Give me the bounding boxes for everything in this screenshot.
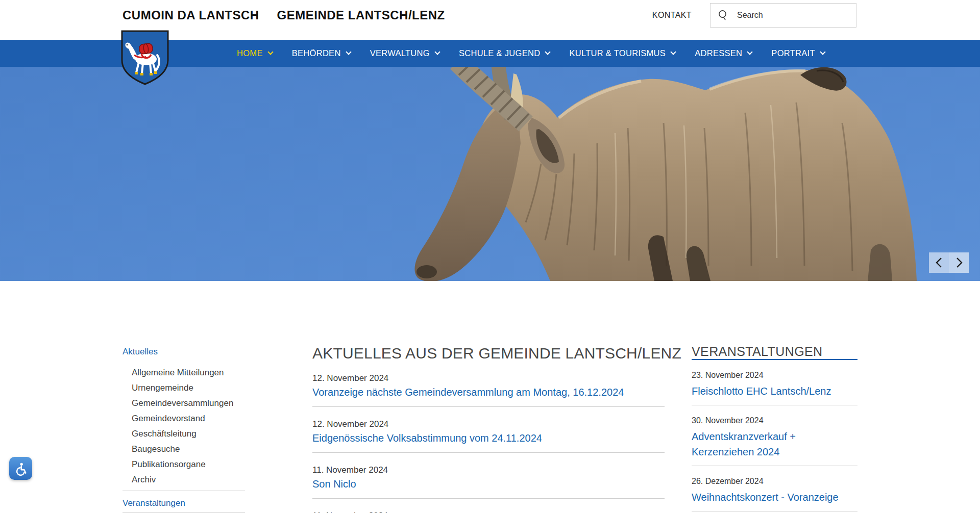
carousel-controls: [929, 252, 969, 273]
kontakt-link[interactable]: KONTAKT: [652, 11, 692, 20]
events-section-title: VERANSTALTUNGEN: [692, 343, 857, 360]
event-item: 30. November 2024 Adventskranzverkauf + …: [692, 405, 857, 466]
nav-item-adressen[interactable]: ADRESSEN: [695, 48, 752, 58]
nav-list: HOME BEHÖRDEN VERWALTUNG SCHULE & JUGEND…: [237, 40, 825, 67]
hero-image-ibex: [0, 67, 980, 281]
nav-label: BEHÖRDEN: [292, 48, 341, 58]
event-link[interactable]: Fleischlotto EHC Lantsch/Lenz: [692, 383, 857, 399]
accessibility-widget-button[interactable]: [9, 457, 32, 480]
sidebar-item-urnengemeinde[interactable]: Urnengemeinde: [122, 380, 245, 396]
events-section: VERANSTALTUNGEN 23. November 2024 Fleisc…: [692, 343, 857, 511]
nav-item-behoerden[interactable]: BEHÖRDEN: [292, 48, 351, 58]
chevron-left-icon: [934, 256, 944, 269]
chevron-down-icon: [670, 49, 676, 55]
nav-item-home[interactable]: HOME: [237, 48, 273, 58]
chevron-down-icon: [267, 49, 273, 55]
site-names: CUMOIN DA LANTSCH GEMEINDE LANTSCH/LENZ: [122, 3, 445, 28]
sidebar-item-baugesuche[interactable]: Baugesuche: [122, 442, 245, 457]
nav-label: HOME: [237, 48, 263, 58]
nav-item-portrait[interactable]: PORTRAIT: [771, 48, 825, 58]
news-date: 12. November 2024: [312, 373, 665, 383]
sidebar-navigation: Aktuelles Allgemeine Mitteilungen Urneng…: [122, 343, 245, 513]
news-item: 12. November 2024 Voranzeige nächste Gem…: [312, 361, 665, 407]
sidebar-item-geschaeftsleitung[interactable]: Geschäftsleitung: [122, 426, 245, 442]
carousel-prev-button[interactable]: [929, 252, 949, 273]
event-date: 26. Dezember 2024: [692, 476, 857, 486]
sidebar-item-publikationsorgane[interactable]: Publikationsorgane: [122, 457, 245, 472]
divider: [122, 491, 245, 491]
search-box[interactable]: [710, 3, 856, 28]
news-link[interactable]: Son Niclo: [312, 478, 665, 490]
nav-label: SCHULE & JUGEND: [459, 48, 540, 58]
nav-label: ADRESSEN: [695, 48, 742, 58]
event-date: 30. November 2024: [692, 416, 857, 426]
page: CUMOIN DA LANTSCH GEMEINDE LANTSCH/LENZ …: [0, 0, 980, 513]
municipality-coat-of-arms-logo[interactable]: [120, 30, 169, 86]
hero-carousel: [0, 67, 980, 281]
news-item: 12. November 2024 Eidgenössische Volksab…: [312, 407, 665, 453]
news-date: 12. November 2024: [312, 419, 665, 429]
news-date: 11. November 2024: [312, 465, 665, 475]
sidebar-item-aktuelles[interactable]: Aktuelles: [122, 343, 245, 357]
event-item: 23. November 2024 Fleischlotto EHC Lants…: [692, 360, 857, 405]
chevron-right-icon: [954, 256, 964, 269]
nav-label: VERWALTUNG: [370, 48, 430, 58]
sidebar-item-allgemeine-mitteilungen[interactable]: Allgemeine Mitteilungen: [122, 365, 245, 380]
nav-item-schule-jugend[interactable]: SCHULE & JUGEND: [459, 48, 550, 58]
event-item: 26. Dezember 2024 Weihnachtskonzert - Vo…: [692, 466, 857, 511]
news-section: AKTUELLES AUS DER GEMEINDE LANTSCH/LENZ …: [312, 343, 665, 513]
nav-item-kultur-tourismus[interactable]: KULTUR & TOURISMUS: [569, 48, 675, 58]
nav-item-verwaltung[interactable]: VERWALTUNG: [370, 48, 439, 58]
news-link[interactable]: Voranzeige nächste Gemeindeversammlung a…: [312, 387, 665, 398]
chevron-down-icon: [747, 49, 753, 55]
sidebar-item-archiv[interactable]: Archiv: [122, 472, 245, 488]
site-name-german: GEMEINDE LANTSCH/LENZ: [277, 8, 445, 22]
event-date: 23. November 2024: [692, 370, 857, 380]
chevron-down-icon: [545, 49, 551, 55]
news-item: 11. November 2024: [312, 499, 665, 513]
sidebar-sublist: Allgemeine Mitteilungen Urnengemeinde Ge…: [122, 365, 245, 488]
event-link[interactable]: Adventskranzverkauf + Kerzenziehen 2024: [692, 429, 857, 459]
sidebar-item-veranstaltungen[interactable]: Veranstaltungen: [122, 498, 245, 508]
search-icon: [718, 10, 729, 21]
chevron-down-icon: [346, 49, 351, 55]
carousel-next-button[interactable]: [949, 252, 969, 273]
search-input[interactable]: [737, 11, 849, 20]
news-item: 11. November 2024 Son Niclo: [312, 453, 665, 499]
news-section-title: AKTUELLES AUS DER GEMEINDE LANTSCH/LENZ: [312, 343, 665, 361]
sidebar-item-gemeindeversammlungen[interactable]: Gemeindeversammlungen: [122, 396, 245, 411]
event-link[interactable]: Weihnachtskonzert - Voranzeige: [692, 490, 857, 505]
nav-label: KULTUR & TOURISMUS: [569, 48, 666, 58]
news-date: 11. November 2024: [312, 511, 665, 513]
sidebar-item-gemeindevorstand[interactable]: Gemeindevorstand: [122, 411, 245, 426]
site-name-romansh: CUMOIN DA LANTSCH: [122, 8, 259, 22]
nav-label: PORTRAIT: [771, 48, 815, 58]
header-right: KONTAKT: [652, 3, 856, 28]
wheelchair-icon: [14, 461, 28, 476]
chevron-down-icon: [820, 49, 825, 55]
chevron-down-icon: [434, 49, 440, 55]
news-link[interactable]: Eidgenössische Volksabstimmung vom 24.11…: [312, 432, 665, 444]
